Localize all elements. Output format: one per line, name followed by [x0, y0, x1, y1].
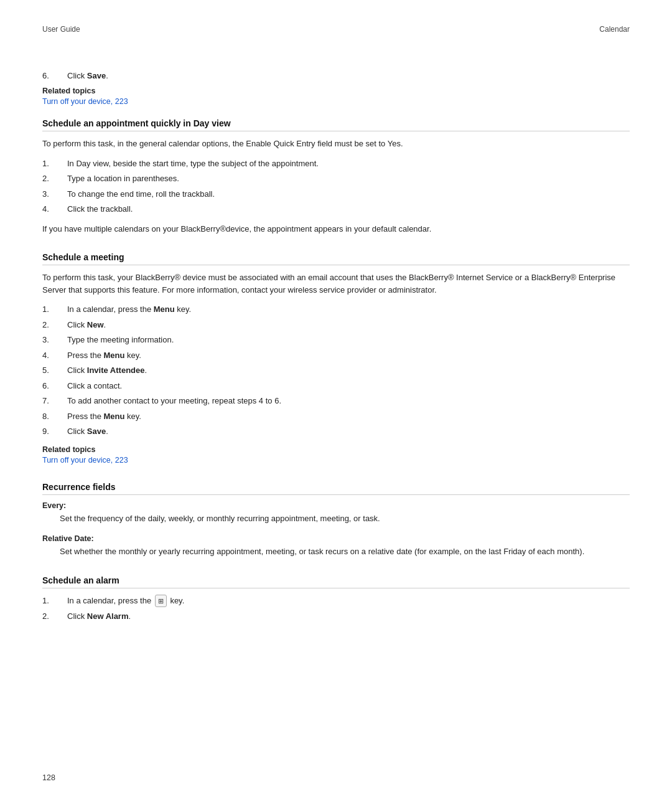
step-content: Click the trackball.: [67, 203, 630, 215]
section1-intro: To perform this task, in the general cal…: [42, 138, 630, 150]
list-item: 4. Press the Menu key.: [42, 349, 630, 362]
section-schedule-appointment: Schedule an appointment quickly in Day v…: [42, 118, 630, 235]
related-link-top[interactable]: Turn off your device, 223: [42, 97, 128, 106]
step-content: Click a contact.: [67, 380, 630, 392]
step-content: Press the Menu key.: [67, 349, 630, 362]
step-6-content: Click Save.: [67, 71, 108, 80]
step-num: 2.: [42, 610, 67, 623]
related-topics-label-meeting: Related topics: [42, 445, 630, 454]
section-schedule-meeting: Schedule a meeting To perform this task,…: [42, 252, 630, 465]
step-num: 2.: [42, 319, 67, 331]
step-num: 6.: [42, 380, 67, 392]
list-item: 5. Click Invite Attendee.: [42, 364, 630, 377]
section2-title: Schedule a meeting: [42, 252, 630, 265]
step-num: 3.: [42, 188, 67, 201]
list-item: 2. Type a location in parentheses.: [42, 172, 630, 185]
step-content: In a calendar, press the Menu key.: [67, 303, 630, 316]
list-item: 3. To change the end time, roll the trac…: [42, 188, 630, 201]
page-header: User Guide Calendar: [42, 25, 630, 34]
section-recurrence-fields: Recurrence fields Every: Set the frequen…: [42, 482, 630, 558]
step-content: Press the Menu key.: [67, 410, 630, 423]
field-relative-date-desc: Set whether the monthly or yearly recurr…: [60, 545, 630, 558]
list-item: 4. Click the trackball.: [42, 203, 630, 215]
section3-title: Recurrence fields: [42, 482, 630, 495]
step-content: Click New Alarm.: [67, 610, 630, 623]
list-item: 6. Click a contact.: [42, 380, 630, 392]
header-right: Calendar: [599, 25, 630, 34]
step-6-before: Click: [67, 71, 87, 80]
step-content: Click New.: [67, 319, 630, 331]
step-num: 2.: [42, 172, 67, 185]
step-num: 1.: [42, 595, 67, 608]
section4-title: Schedule an alarm: [42, 575, 630, 588]
step-num: 8.: [42, 410, 67, 423]
field-relative-date: Relative Date: Set whether the monthly o…: [42, 534, 630, 558]
step-content: Type a location in parentheses.: [67, 172, 630, 185]
step-num: 4.: [42, 203, 67, 215]
step-6-num: 6.: [42, 71, 67, 80]
step-num: 1.: [42, 303, 67, 316]
list-item: 3. Type the meeting information.: [42, 334, 630, 346]
section1-steps: 1. In Day view, beside the start time, t…: [42, 158, 630, 215]
step-num: 7.: [42, 395, 67, 407]
step-6: 6. Click Save.: [42, 71, 630, 80]
keyboard-icon: ⊞: [155, 595, 167, 608]
step-num: 5.: [42, 364, 67, 377]
top-section: 6. Click Save. Related topics Turn off y…: [42, 71, 630, 106]
step-6-after: .: [106, 71, 108, 80]
section1-title: Schedule an appointment quickly in Day v…: [42, 118, 630, 131]
step-num: 1.: [42, 158, 67, 170]
list-item: 2. Click New Alarm.: [42, 610, 630, 623]
step-num: 3.: [42, 334, 67, 346]
section1-note: If you have multiple calendars on your B…: [42, 223, 630, 235]
section-schedule-alarm: Schedule an alarm 1. In a calendar, pres…: [42, 575, 630, 623]
step-6-bold: Save: [87, 71, 106, 80]
section4-steps: 1. In a calendar, press the ⊞ key. 2. Cl…: [42, 595, 630, 623]
header-left: User Guide: [42, 25, 80, 34]
list-item: 2. Click New.: [42, 319, 630, 331]
step-content: To change the end time, roll the trackba…: [67, 188, 630, 201]
field-relative-date-title: Relative Date:: [42, 534, 630, 543]
step-content: To add another contact to your meeting, …: [67, 395, 630, 407]
step-content: Click Save.: [67, 425, 630, 438]
field-every-title: Every:: [42, 501, 630, 510]
step-num: 4.: [42, 349, 67, 362]
list-item: 1. In Day view, beside the start time, t…: [42, 158, 630, 170]
section2-steps: 1. In a calendar, press the Menu key. 2.…: [42, 303, 630, 438]
step-content: Click Invite Attendee.: [67, 364, 630, 377]
step-content: In Day view, beside the start time, type…: [67, 158, 630, 170]
related-link-meeting[interactable]: Turn off your device, 223: [42, 456, 128, 465]
related-topics-label-top: Related topics: [42, 87, 630, 95]
list-item: 1. In a calendar, press the Menu key.: [42, 303, 630, 316]
list-item: 1. In a calendar, press the ⊞ key.: [42, 595, 630, 608]
section2-intro: To perform this task, your BlackBerry® d…: [42, 271, 630, 296]
page-number: 128: [42, 773, 55, 782]
list-item: 8. Press the Menu key.: [42, 410, 630, 423]
step-content: In a calendar, press the ⊞ key.: [67, 595, 630, 608]
field-every: Every: Set the frequency of the daily, w…: [42, 501, 630, 525]
list-item: 7. To add another contact to your meetin…: [42, 395, 630, 407]
field-every-desc: Set the frequency of the daily, weekly, …: [60, 512, 630, 525]
list-item: 9. Click Save.: [42, 425, 630, 438]
step-num: 9.: [42, 425, 67, 438]
step-content: Type the meeting information.: [67, 334, 630, 346]
